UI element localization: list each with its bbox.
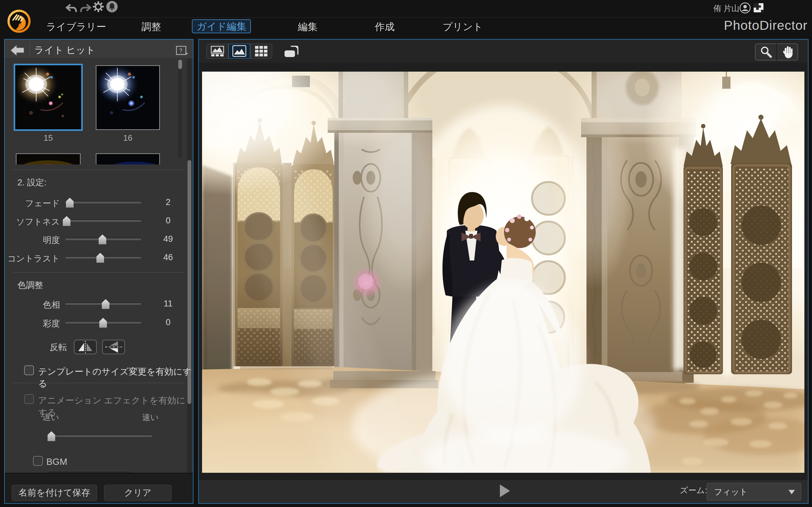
svg-text:?: ?: [179, 48, 183, 54]
